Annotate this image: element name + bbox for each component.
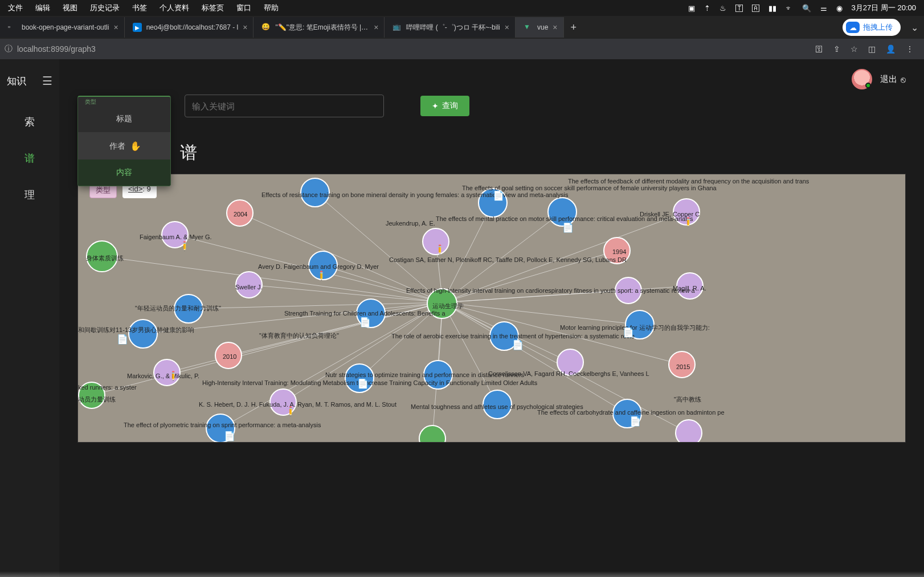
upload-label: 拖拽上传	[863, 22, 893, 32]
menu-profile[interactable]: 个人资料	[160, 3, 189, 13]
graph-label: ked runners: a syster	[78, 384, 137, 391]
note-icon: 📄	[359, 317, 371, 328]
avatar[interactable]	[852, 69, 872, 89]
menu-tabs[interactable]: 标签页	[202, 3, 224, 13]
graph-label: Markovic, G., & Mikulic, P.	[127, 373, 199, 379]
control-center-icon[interactable]: ⚌	[820, 4, 827, 13]
vue-icon: ▼	[524, 23, 533, 32]
siri-icon[interactable]: ◉	[836, 4, 843, 13]
close-icon[interactable]: ×	[505, 23, 509, 32]
header-row: 退出 ⎋	[77, 59, 906, 99]
close-icon[interactable]: ×	[243, 23, 247, 32]
graph-label: High-Intensity Interval Training: Modula…	[202, 379, 537, 386]
tab-label: neo4j@bolt://localhost:7687 - l	[146, 23, 239, 31]
graph-label: The role of aerobic exercise training in…	[391, 333, 635, 339]
svg-line-19	[443, 302, 640, 325]
graph-label: Driskell JE, Copper C	[640, 211, 700, 218]
key-icon[interactable]: ⚿	[815, 44, 823, 54]
address-bar: ⓘ localhost:8999/graph3 ⚿ ⇪ ☆ ◫ 👤 ⋮	[0, 39, 924, 59]
profile-icon[interactable]: 👤	[886, 44, 896, 54]
upload-arrow-icon[interactable]: ⇡	[704, 4, 710, 13]
graph-label: Jeukendrup, A. E.	[386, 220, 435, 227]
close-icon[interactable]: ×	[374, 23, 378, 32]
graph-label: 和间歇训练对11-13岁男孩心肺健康的影响	[78, 326, 194, 334]
graph-label: Cornelissen VA, Fagard RH, Coeckelberghs…	[488, 370, 649, 377]
graph-label: The effect of plyometric training on spr…	[124, 422, 321, 428]
graph-label: Strength Training for Children and Adole…	[284, 310, 445, 317]
spotlight-icon[interactable]: 🔍	[802, 4, 811, 13]
wifi-icon[interactable]: ᯤ	[786, 4, 793, 13]
dropdown-opt-author[interactable]: 作者 ✋	[78, 132, 170, 159]
tab-label: book-open-page-variant-outli	[22, 23, 109, 31]
text-icon[interactable]: 🅃	[735, 4, 743, 13]
tab-label: "✏️"意思: 笔Emoji表情符号 | Em	[275, 23, 369, 32]
graph-panel[interactable]: 类型 <id>: 9 Effects of resistance trainin…	[77, 174, 906, 443]
tab-actions: ☁ 拖拽上传 ⌄	[843, 19, 924, 36]
graph-label: The effects of feedback of different mod…	[568, 178, 809, 185]
keyword-input[interactable]	[185, 95, 384, 117]
note-icon: 📄	[117, 334, 128, 345]
menu-file[interactable]: 文件	[8, 3, 23, 13]
graph-label: Sweller J.	[235, 284, 263, 290]
menu-bookmarks[interactable]: 书签	[132, 3, 147, 13]
graph-label: K. S. Hebert, D. J. H. Fukuda, J. A. Rya…	[199, 401, 396, 408]
fan-icon[interactable]: ♨	[719, 4, 726, 13]
tab-emoji[interactable]: 😀 "✏️"意思: 笔Emoji表情符号 | Em ×	[254, 17, 385, 38]
cursor-icon: ✋	[130, 141, 141, 151]
note-icon: 📄	[224, 431, 235, 441]
side-panel-icon[interactable]: ◫	[868, 44, 876, 54]
upload-button[interactable]: ☁ 拖拽上传	[843, 19, 901, 36]
sidebar-item-graph[interactable]: 谱	[0, 140, 59, 177]
graph-node[interactable]	[675, 419, 702, 443]
menu-help[interactable]: 帮助	[264, 3, 279, 13]
kebab-menu-icon[interactable]: ⋮	[906, 44, 914, 54]
bilibili-icon: 📺	[393, 23, 402, 32]
tab-vue[interactable]: ▼ vue ×	[516, 17, 564, 38]
note-icon: 📄	[623, 327, 634, 338]
svg-line-29	[220, 302, 443, 428]
tab-book-open[interactable]: ▫ book-open-page-variant-outli ×	[0, 17, 125, 38]
battery-icon[interactable]: ▮▮	[768, 4, 776, 13]
sidebar-item-manage[interactable]: 理	[0, 177, 59, 213]
main-content: 退出 ⎋ 类型 标题 作者 ✋ 内容 ✦ 查询	[59, 59, 924, 577]
tab-label: vue	[537, 23, 548, 31]
emoji-icon: 😀	[261, 23, 271, 32]
query-button[interactable]: ✦ 查询	[420, 96, 469, 116]
menu-window[interactable]: 窗口	[236, 3, 251, 13]
graph-label: Effects of resistance training on bone m…	[261, 191, 568, 198]
dropdown-opt-title[interactable]: 标题	[78, 106, 170, 132]
tab-generic-icon: ▫	[8, 23, 17, 32]
input-source-icon[interactable]: 🄰	[752, 4, 759, 13]
datetime[interactable]: 3月27日 周一 20:00	[852, 3, 916, 13]
graph-label: Effects of high-intensity interval train…	[406, 287, 695, 294]
menu-edit[interactable]: 编辑	[35, 3, 50, 13]
cloud-icon: ☁	[846, 22, 860, 33]
close-icon[interactable]: ×	[553, 23, 557, 32]
menu-history[interactable]: 历史记录	[90, 3, 120, 13]
dropdown-opt-content[interactable]: 内容	[78, 159, 170, 186]
sidebar-item-search[interactable]: 索	[0, 104, 59, 140]
graph-label: The effects of carbohydrate and caffeine…	[537, 409, 725, 416]
close-icon[interactable]: ×	[113, 23, 118, 32]
note-icon: 📄	[357, 378, 369, 389]
tab-bilibili[interactable]: 📺 哔哩哔哩 (゜-゜)つロ 干杯~-bili ×	[385, 17, 516, 38]
site-info-icon[interactable]: ⓘ	[5, 44, 13, 54]
hamburger-icon[interactable]: ☰	[42, 74, 52, 88]
new-tab-button[interactable]: +	[564, 22, 584, 34]
note-icon: 📄	[562, 222, 574, 233]
graph-label: Avery D. Faigenbaum and Gregory D. Myer	[258, 263, 379, 270]
graph-label: "年轻运动员的力量和耐力训练"	[135, 304, 221, 313]
macos-menubar: 文件 编辑 视图 历史记录 书签 个人资料 标签页 窗口 帮助 ▣ ⇡ ♨ 🅃 …	[0, 0, 924, 16]
menu-view[interactable]: 视图	[63, 3, 77, 13]
tabs-dropdown-icon[interactable]: ⌄	[905, 22, 924, 33]
search-row: 类型 标题 作者 ✋ 内容 ✦ 查询	[77, 95, 906, 117]
app-container: 知识 ☰ 索 谱 理 退出 ⎋ 类型 标题 作者 ✋	[0, 59, 924, 577]
tab-neo4j[interactable]: ▶ neo4j@bolt://localhost:7687 - l ×	[125, 17, 254, 38]
share-icon[interactable]: ⇪	[833, 44, 840, 54]
graph-node[interactable]	[422, 228, 449, 255]
bookmark-icon[interactable]: ☆	[851, 44, 858, 54]
macos-menu-left: 文件 编辑 视图 历史记录 书签 个人资料 标签页 窗口 帮助	[8, 3, 279, 13]
logout-button[interactable]: 退出 ⎋	[880, 74, 906, 85]
screen-record-icon[interactable]: ▣	[688, 4, 695, 13]
url-text[interactable]: localhost:8999/graph3	[17, 44, 96, 54]
